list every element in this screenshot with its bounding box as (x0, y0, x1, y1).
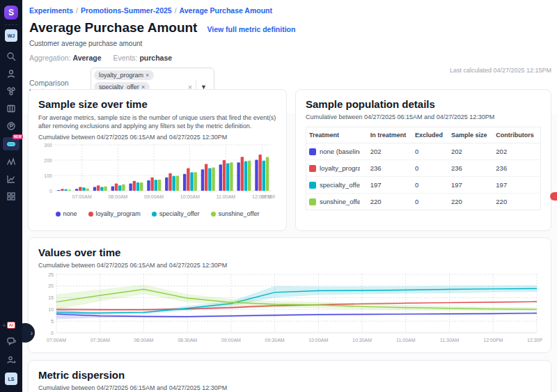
legend-dot (56, 212, 61, 217)
dispersion-title: Metric dispersion (38, 369, 541, 381)
legend-dot (88, 212, 93, 217)
table-cell: 220 (368, 194, 412, 210)
table-cell: 202 (448, 143, 493, 160)
svg-text:08:00AM: 08:00AM (108, 194, 127, 199)
table-row: none (baseline)2020202202 (306, 143, 541, 160)
svg-text:12:00PM: 12:00PM (483, 338, 503, 343)
app-window: S WJ NEW (0, 0, 557, 392)
workspace-avatar[interactable]: WJ (5, 29, 17, 42)
dashboards-grid-icon[interactable] (5, 190, 17, 203)
column-header: Treatment (306, 127, 368, 143)
svg-text:07:30AM: 07:30AM (91, 338, 110, 343)
treatment-name: specialty_offer (320, 181, 360, 189)
values-title: Values over time (38, 246, 541, 258)
main-content: Experiments/Promotions-Summer-2025/Avera… (22, 0, 557, 392)
sample-size-description: For average metrics, sample size is the … (38, 113, 276, 130)
values-line-chart: 051015202507:00AM07:30AM08:00AM08:30AM09… (38, 269, 542, 350)
svg-text:10:00AM: 10:00AM (180, 194, 200, 199)
table-cell: 236 (493, 160, 540, 177)
breadcrumb-metric-name[interactable]: Average Purchase Amount (180, 6, 272, 15)
svg-text:07:00AM: 07:00AM (72, 194, 92, 199)
chevron-right-icon: › (31, 329, 33, 337)
search-icon[interactable] (5, 50, 17, 63)
page-title: Average Purchase Amount (29, 20, 197, 36)
table-cell: 0 (412, 143, 448, 160)
table-cell: 236 (448, 160, 493, 177)
table-cell: 220 (448, 194, 493, 210)
last-calculated-label: Last calculated 04/27/2025 12:15PM (450, 67, 551, 74)
treatment-name: sunshine_offer (320, 198, 360, 205)
sample-size-title: Sample size over time (38, 98, 276, 110)
experiments-icon-selected[interactable]: NEW (3, 137, 19, 150)
treatment-color-swatch (309, 148, 316, 155)
sidebar: S WJ NEW (0, 0, 22, 392)
values-cumulative: Cumulative between 04/27/2025 06:15AM an… (38, 262, 541, 269)
metric-dispersion-card: Metric dispersion Cumulative between 04/… (28, 360, 551, 392)
svg-text:10:30AM: 10:30AM (352, 338, 372, 343)
new-badge: NEW (13, 134, 23, 139)
table-row: sunshine_offer2200220220 (306, 194, 541, 210)
svg-text:08:30AM: 08:30AM (178, 338, 197, 343)
breadcrumb-experiment-name[interactable]: Promotions-Summer-2025 (81, 6, 172, 15)
remove-chip-icon[interactable]: × (146, 72, 149, 79)
svg-text:08:00AM: 08:00AM (134, 338, 153, 343)
svg-text:5: 5 (51, 319, 54, 324)
notification-dot[interactable] (550, 192, 557, 201)
dispersion-cumulative: Cumulative between 04/27/2025 06:15AM an… (38, 384, 541, 391)
table-row: specialty_offer1970197197 (306, 177, 541, 194)
svg-text:01:00PM: 01:00PM (261, 194, 275, 199)
legend-item: sunshine_offer (211, 210, 260, 217)
gates-icon[interactable] (5, 85, 17, 97)
population-table-header: TreatmentIn treatmentExcludedSample size… (306, 127, 541, 143)
legend-dot (211, 212, 216, 217)
treatment-color-swatch (309, 165, 316, 172)
svg-text:0: 0 (51, 331, 54, 336)
aggregation-row: Aggregation: Average Events: purchase (29, 54, 551, 62)
chart-legend: noneloyalty_programspecialty_offersunshi… (38, 210, 276, 217)
support-chat-icon[interactable] (5, 335, 17, 347)
sample-size-bar-chart: 010020030007:00AM08:00AM09:00AM10:00AM11… (38, 141, 275, 205)
svg-text:0: 0 (49, 189, 52, 194)
insights-chart-icon[interactable] (5, 173, 17, 185)
pulse-icon[interactable] (5, 120, 17, 132)
breadcrumb-experiments[interactable]: Experiments (29, 6, 73, 15)
table-cell: 197 (448, 177, 493, 194)
experiment-glyph (7, 142, 15, 146)
legend-item: none (56, 210, 77, 217)
sample-size-cumulative: Cumulative between 04/27/2025 06:15AM an… (38, 134, 276, 141)
invite-user-icon[interactable] (5, 354, 17, 366)
treatment-name: none (baseline) (320, 148, 360, 155)
table-cell: 197 (368, 177, 412, 194)
svg-text:15: 15 (48, 295, 54, 300)
column-header: Sample size (448, 127, 493, 143)
svg-text:11:00AM: 11:00AM (396, 338, 416, 343)
table-cell: 0 (412, 194, 448, 210)
ai-assistant-icon[interactable]: ⁘AI (7, 322, 15, 329)
treatment-name: loyalty_program (320, 164, 360, 172)
columns-icon[interactable] (5, 102, 17, 115)
sidebar-divider (5, 24, 17, 25)
values-over-time-card: Values over time Cumulative between 04/2… (28, 237, 551, 353)
view-metric-definition-link[interactable]: View full metric definition (207, 25, 295, 33)
legend-label: sunshine_offer (219, 210, 260, 217)
aggregation-value: Average (72, 54, 101, 62)
svg-text:25: 25 (48, 272, 54, 277)
svg-text:11:30AM: 11:30AM (440, 338, 460, 343)
users-icon[interactable] (5, 68, 17, 80)
metrics-compare-icon[interactable] (5, 155, 17, 168)
table-cell: 202 (493, 143, 540, 160)
sample-size-card: Sample size over time For average metric… (28, 89, 287, 231)
column-header: Excluded (412, 127, 448, 143)
legend-dot (152, 212, 157, 217)
user-avatar[interactable]: LS (5, 373, 17, 385)
svg-text:10: 10 (48, 307, 54, 312)
legend-label: specialty_offer (159, 210, 200, 217)
column-header: In treatment (368, 127, 412, 143)
population-cumulative: Cumulative between 04/27/2025 06:15AM an… (306, 113, 541, 120)
table-row: loyalty_program2360236236 (306, 160, 541, 177)
svg-text:07:00AM: 07:00AM (47, 338, 66, 343)
treatment-chip[interactable]: loyalty_program× (94, 70, 154, 80)
svg-text:300: 300 (44, 143, 52, 148)
legend-label: none (63, 210, 77, 217)
statsig-logo-icon[interactable]: S (4, 6, 18, 19)
